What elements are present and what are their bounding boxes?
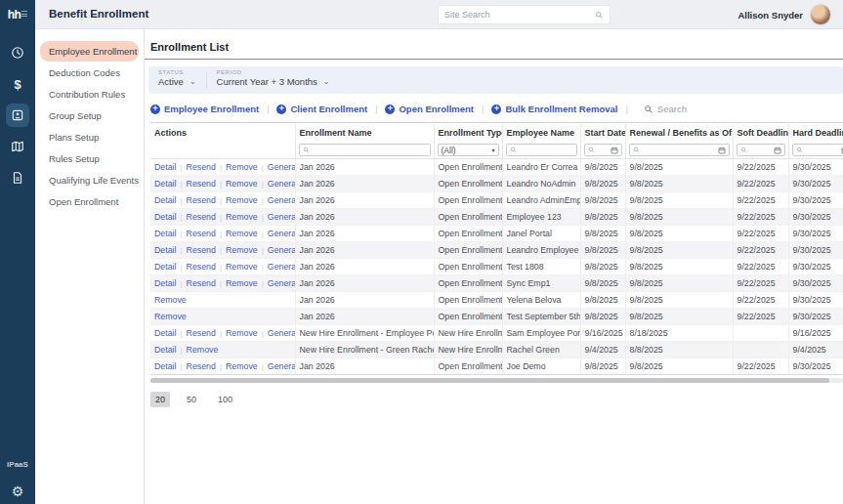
map-icon[interactable] — [6, 135, 29, 158]
row-action-detail[interactable]: Detail — [154, 278, 177, 288]
col-hard-deadline[interactable]: Hard Deadline — [788, 123, 843, 143]
enrollment-name-filter-input[interactable] — [310, 146, 427, 154]
row-action-resend[interactable]: Resend — [187, 162, 216, 172]
row-action-generate-link[interactable]: Generate Link — [268, 328, 295, 338]
row-action-resend[interactable]: Resend — [187, 229, 216, 238]
calendar-icon[interactable] — [774, 147, 781, 154]
row-action-remove[interactable]: Remove — [226, 195, 258, 205]
magnifier-icon — [303, 147, 310, 153]
row-action-remove[interactable]: Remove — [226, 162, 258, 172]
sidebar-item-deduction-codes[interactable]: Deduction Codes — [40, 63, 139, 83]
col-renewal-date[interactable]: Renewal / Benefits as Of Date — [625, 123, 733, 143]
client-enrollment-button[interactable]: +Client Enrollment — [276, 104, 367, 114]
hard-deadline-filter-input[interactable] — [803, 146, 841, 154]
enrollment-icon[interactable] — [6, 104, 29, 127]
sidebar-item-rules-setup[interactable]: Rules Setup — [40, 148, 139, 169]
row-action-detail[interactable]: Detail — [154, 229, 177, 238]
row-action-remove[interactable]: Remove — [226, 278, 258, 288]
row-action-remove[interactable]: Remove — [226, 328, 258, 338]
row-action-detail[interactable]: Detail — [154, 179, 177, 189]
col-enrollment-type[interactable]: Enrollment Type — [434, 123, 502, 143]
cell-renewal-date: 9/8/2025 — [625, 358, 733, 375]
page-size-100[interactable]: 100 — [213, 392, 237, 407]
col-employee-name[interactable]: Employee Name — [502, 123, 580, 143]
horizontal-scrollbar-track[interactable] — [150, 378, 843, 383]
row-action-remove[interactable]: Remove — [226, 262, 258, 272]
row-action-resend[interactable]: Resend — [187, 262, 216, 272]
soft-deadline-filter-input[interactable] — [747, 146, 774, 154]
row-action-remove[interactable]: Remove — [226, 245, 258, 255]
row-action-detail[interactable]: Detail — [154, 162, 177, 172]
renewal-benefits-as-of-date-filter-input[interactable] — [640, 146, 718, 154]
open-enrollment-button[interactable]: +Open Enrollment — [385, 104, 474, 114]
row-action-remove[interactable]: Remove — [154, 312, 187, 321]
user-menu[interactable]: Allison Snyder — [738, 0, 831, 29]
col-soft-deadline[interactable]: Soft Deadline — [733, 123, 788, 143]
employee-enrollment-button[interactable]: +Employee Enrollment — [150, 104, 259, 114]
cell-renewal-date: 9/8/2025 — [625, 209, 733, 226]
page-size-50[interactable]: 50 — [182, 392, 201, 407]
sidebar-item-plans-setup[interactable]: Plans Setup — [40, 127, 139, 147]
separator: | — [262, 213, 264, 222]
row-action-generate-link[interactable]: Generate Link — [268, 262, 295, 272]
row-action-generate-link[interactable]: Generate Link — [268, 229, 295, 238]
row-action-detail[interactable]: Detail — [154, 245, 177, 255]
row-action-resend[interactable]: Resend — [187, 328, 216, 338]
col-actions[interactable]: Actions — [150, 123, 295, 143]
row-action-generate-link[interactable]: Generate Link — [268, 162, 295, 172]
col-start-date[interactable]: Start Date — [580, 123, 625, 143]
col-enrollment-name[interactable]: Enrollment Name — [295, 123, 434, 143]
sidebar-item-open-enrollment[interactable]: Open Enrollment — [40, 191, 139, 212]
row-action-resend[interactable]: Resend — [187, 245, 216, 255]
row-action-generate-link[interactable]: Generate Link — [268, 195, 295, 205]
icon-rail: hh $ iPaaS ⚙ — [0, 0, 35, 504]
row-action-detail[interactable]: Detail — [154, 262, 177, 272]
clock-icon[interactable] — [6, 41, 29, 64]
row-action-remove[interactable]: Remove — [226, 361, 258, 371]
row-action-generate-link[interactable]: Generate Link — [268, 278, 295, 288]
row-action-detail[interactable]: Detail — [154, 361, 177, 371]
gear-icon[interactable]: ⚙ — [0, 484, 35, 498]
row-action-detail[interactable]: Detail — [154, 195, 177, 205]
row-action-resend[interactable]: Resend — [187, 195, 216, 205]
status-filter[interactable]: STATUS Active⌄ — [148, 66, 206, 94]
hh2-logo[interactable]: hh — [0, 0, 35, 29]
row-action-generate-link[interactable]: Generate Link — [268, 245, 295, 255]
row-action-detail[interactable]: Detail — [154, 328, 177, 338]
site-search-input[interactable] — [444, 10, 595, 20]
row-action-resend[interactable]: Resend — [187, 179, 216, 189]
row-action-generate-link[interactable]: Generate Link — [268, 212, 295, 222]
employee-name-filter-input[interactable] — [517, 146, 573, 154]
dollar-icon[interactable]: $ — [6, 72, 29, 96]
row-action-remove[interactable]: Remove — [226, 179, 258, 189]
calendar-icon[interactable] — [611, 147, 618, 154]
period-filter[interactable]: PERIOD Current Year + 3 Months⌄ — [207, 66, 340, 94]
sidebar-item-qualifying-life-events[interactable]: Qualifying Life Events — [40, 170, 139, 190]
row-action-remove[interactable]: Remove — [226, 212, 258, 222]
bulk-enrollment-removal-button[interactable]: +Bulk Enrollment Removal — [491, 104, 617, 114]
start-date-filter-input[interactable] — [595, 146, 611, 154]
document-icon[interactable] — [6, 166, 29, 189]
horizontal-scrollbar-thumb[interactable] — [150, 378, 829, 383]
row-action-remove[interactable]: Remove — [187, 345, 219, 355]
row-action-generate-link[interactable]: Generate Link — [268, 179, 295, 189]
row-action-resend[interactable]: Resend — [187, 278, 216, 288]
sidebar-item-employee-enrollment[interactable]: Employee Enrollment — [40, 41, 139, 62]
row-action-resend[interactable]: Resend — [187, 212, 216, 222]
row-action-detail[interactable]: Detail — [154, 212, 177, 222]
cell-start-date: 9/8/2025 — [580, 176, 625, 192]
row-action-generate-link[interactable]: Generate Link — [268, 361, 295, 371]
calendar-icon[interactable] — [718, 147, 726, 154]
enrollment-type-filter-select[interactable]: (All)▾ — [438, 144, 499, 156]
row-action-detail[interactable]: Detail — [154, 345, 177, 355]
sidebar-item-group-setup[interactable]: Group Setup — [40, 105, 139, 126]
logo-text: hh — [8, 8, 21, 21]
row-action-remove[interactable]: Remove — [226, 229, 258, 238]
separator: | — [262, 246, 264, 255]
sidebar-item-contribution-rules[interactable]: Contribution Rules — [40, 84, 139, 105]
page-size-20[interactable]: 20 — [150, 392, 170, 407]
list-search[interactable]: Search — [644, 104, 687, 114]
row-action-resend[interactable]: Resend — [187, 361, 216, 371]
avatar[interactable] — [810, 4, 831, 25]
row-action-remove[interactable]: Remove — [154, 295, 187, 305]
